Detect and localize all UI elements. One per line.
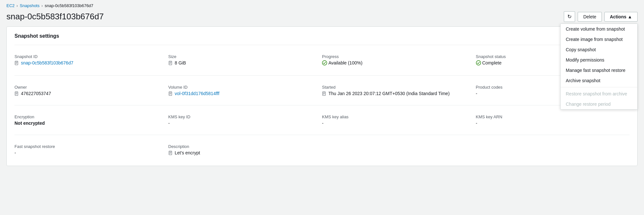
field-size-value: 8 GiB [175, 60, 186, 65]
delete-button[interactable]: Delete [578, 12, 601, 22]
field-owner: Owner 476227053747 [14, 81, 168, 100]
dropdown-item-copy-snapshot[interactable]: Copy snapshot [561, 44, 637, 55]
field-fast-restore: Fast snapshot restore - [14, 140, 168, 159]
header-actions: ↻ Delete Actions ▲ Create volume from sn… [564, 11, 638, 22]
dropdown-item-create-volume[interactable]: Create volume from snapshot [561, 24, 637, 34]
breadcrumb-current: snap-0c5b583f103b676d7 [45, 3, 93, 8]
fields-row-4: Fast snapshot restore - Description Let'… [14, 140, 630, 159]
field-description-value: Let's encrypt [175, 150, 200, 155]
field-progress: Progress Available (100%) [322, 50, 476, 70]
field-empty-2 [476, 140, 630, 159]
row-divider-2 [14, 105, 630, 105]
field-fast-restore-label: Fast snapshot restore [14, 144, 163, 149]
breadcrumb-sep-1: › [16, 4, 18, 8]
svg-rect-17 [169, 94, 171, 94]
doc-icon-3 [14, 92, 19, 96]
svg-rect-21 [323, 94, 325, 94]
field-fast-restore-value: - [14, 150, 16, 155]
field-kms-id-label: KMS key ID [168, 114, 317, 119]
dropdown-divider [561, 87, 637, 87]
page-title: snap-0c5b583f103b676d7 [6, 12, 104, 22]
field-owner-value: 476227053747 [21, 91, 51, 96]
check-circle-icon-2 [476, 60, 481, 65]
field-snapshot-id-label: Snapshot ID [14, 54, 163, 59]
field-progress-label: Progress [322, 54, 471, 59]
field-kms-arn-value: - [476, 121, 478, 126]
field-kms-alias: KMS key alias - [322, 111, 476, 130]
field-status-text: Complete [482, 60, 502, 65]
field-description: Description Let's encrypt [168, 140, 322, 159]
field-kms-id: KMS key ID - [168, 111, 322, 130]
svg-rect-5 [169, 62, 171, 63]
fields-row-2: Owner 476227053747 Volume ID [14, 81, 630, 100]
refresh-button[interactable]: ↻ [564, 11, 575, 22]
section-divider-top [14, 45, 630, 45]
field-snapshot-id-value[interactable]: snap-0c5b583f103b676d7 [21, 60, 73, 65]
check-circle-icon [322, 60, 327, 65]
svg-rect-25 [169, 153, 171, 154]
field-owner-label: Owner [14, 85, 163, 90]
svg-rect-7 [169, 64, 171, 64]
doc-icon-6 [168, 151, 173, 155]
svg-rect-23 [169, 152, 171, 152]
main-content: Snapshot settings Snapshot ID snap-0c5b5… [6, 26, 638, 166]
svg-rect-19 [323, 93, 325, 93]
svg-rect-11 [16, 93, 17, 93]
actions-button[interactable]: Actions ▲ [604, 12, 638, 22]
field-kms-alias-value: - [322, 121, 324, 126]
dropdown-item-change-restore: Change restore period [561, 99, 637, 109]
dropdown-item-archive[interactable]: Archive snapshot [561, 75, 637, 86]
field-size: Size 8 GiB [168, 50, 322, 70]
field-snapshot-id: Snapshot ID snap-0c5b583f103b676d7 [14, 50, 168, 70]
dropdown-item-modify-permissions[interactable]: Modify permissions [561, 55, 637, 65]
progress-status: Available (100%) [322, 60, 363, 65]
field-progress-value: Available (100%) [328, 60, 363, 65]
breadcrumb-sep-2: › [42, 4, 43, 8]
field-started-value: Thu Jan 26 2023 20:07:12 GMT+0530 (India… [328, 91, 450, 96]
breadcrumb: EC2 › Snapshots › snap-0c5b583f103b676d7 [0, 0, 644, 9]
doc-icon-5 [322, 92, 327, 96]
field-encryption-label: Encryption [14, 114, 163, 119]
field-description-label: Description [168, 144, 317, 149]
field-kms-arn-label: KMS key ARN [476, 114, 625, 119]
svg-rect-1 [16, 62, 17, 63]
dropdown-item-manage-fast-restore[interactable]: Manage fast snapshot restore [561, 65, 637, 75]
svg-point-8 [322, 61, 327, 65]
svg-rect-24 [169, 153, 171, 153]
field-started: Started Thu Jan 26 2023 20:07:12 GMT+053… [322, 81, 476, 100]
row-divider-1 [14, 75, 630, 76]
svg-rect-15 [169, 93, 171, 93]
breadcrumb-snapshots[interactable]: Snapshots [20, 3, 39, 8]
fields-row-3: Encryption Not encrypted KMS key ID - KM… [14, 111, 630, 130]
field-volume-id-label: Volume ID [168, 85, 317, 90]
dropdown-item-create-image[interactable]: Create image from snapshot [561, 34, 637, 44]
svg-rect-2 [16, 63, 17, 63]
row-divider-3 [14, 135, 630, 135]
field-size-label: Size [168, 54, 317, 59]
field-volume-id: Volume ID vol-0f31dd176d5814fff [168, 81, 322, 100]
dropdown-item-restore-archive: Restore snapshot from archive [561, 89, 637, 99]
svg-rect-13 [16, 94, 17, 94]
field-kms-arn: KMS key ARN - [476, 111, 630, 130]
actions-dropdown: Create volume from snapshot Create image… [560, 24, 638, 110]
snapshot-status-value: Complete [476, 60, 502, 65]
svg-rect-20 [323, 93, 325, 94]
field-kms-alias-label: KMS key alias [322, 114, 471, 119]
field-volume-id-value[interactable]: vol-0f31dd176d5814fff [175, 91, 220, 96]
svg-rect-12 [16, 93, 17, 94]
field-encryption: Encryption Not encrypted [14, 111, 168, 130]
field-encryption-value: Not encrypted [14, 121, 45, 126]
field-started-label: Started [322, 85, 471, 90]
field-empty-1 [322, 140, 476, 159]
field-product-codes-value: - [476, 91, 478, 96]
page-header: snap-0c5b583f103b676d7 ↻ Delete Actions … [0, 9, 644, 26]
section-title: Snapshot settings [14, 33, 630, 39]
field-kms-id-value: - [168, 121, 170, 126]
breadcrumb-ec2[interactable]: EC2 [6, 3, 14, 8]
doc-icon-1 [14, 61, 19, 65]
fields-row-1: Snapshot ID snap-0c5b583f103b676d7 Size [14, 50, 630, 70]
svg-point-9 [476, 61, 481, 65]
svg-rect-6 [169, 63, 171, 63]
svg-rect-3 [16, 64, 17, 64]
svg-rect-16 [169, 93, 171, 94]
